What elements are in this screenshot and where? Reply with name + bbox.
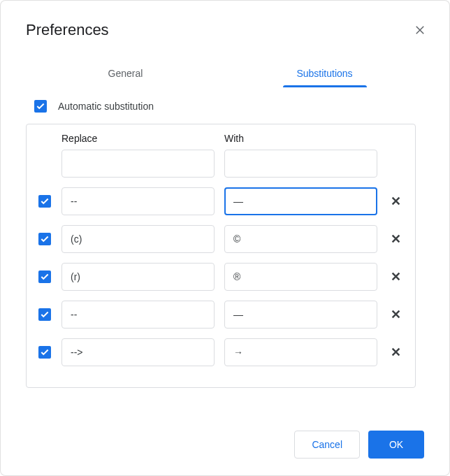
table-row: ✕ xyxy=(38,338,404,366)
dialog-footer: Cancel OK xyxy=(294,431,424,459)
table-row: ✕ xyxy=(38,301,404,329)
row-enable-checkbox[interactable] xyxy=(38,346,51,359)
close-icon: ✕ xyxy=(391,194,401,209)
check-icon xyxy=(40,347,50,357)
check-icon xyxy=(40,196,50,206)
column-header-replace: Replace xyxy=(61,133,215,144)
auto-substitution-checkbox[interactable] xyxy=(34,100,47,113)
with-input[interactable] xyxy=(224,301,377,329)
column-header-with: With xyxy=(224,133,377,144)
check-icon xyxy=(40,234,50,244)
delete-row-button[interactable]: ✕ xyxy=(387,307,404,322)
preferences-dialog: Preferences General Substitutions Automa… xyxy=(0,0,450,476)
close-icon: ✕ xyxy=(391,345,401,360)
table-row: ✕ xyxy=(38,187,404,215)
auto-substitution-label: Automatic substitution xyxy=(58,101,154,112)
dialog-header: Preferences xyxy=(1,1,449,51)
close-icon: ✕ xyxy=(391,231,401,247)
check-icon xyxy=(36,101,45,111)
delete-row-button[interactable]: ✕ xyxy=(387,269,404,284)
with-input[interactable] xyxy=(224,263,377,291)
dialog-title: Preferences xyxy=(26,21,109,39)
close-button[interactable] xyxy=(407,17,433,43)
replace-input[interactable] xyxy=(61,187,215,215)
replace-input[interactable] xyxy=(61,301,215,329)
replace-input[interactable] xyxy=(61,263,215,291)
row-enable-checkbox[interactable] xyxy=(38,195,51,208)
substitutions-table[interactable]: Replace With ✕✕✕✕✕ xyxy=(26,124,416,388)
with-input[interactable] xyxy=(224,338,377,366)
replace-input[interactable] xyxy=(61,225,215,253)
table-row: ✕ xyxy=(38,225,404,253)
delete-row-button[interactable]: ✕ xyxy=(387,194,404,209)
tab-general[interactable]: General xyxy=(26,59,225,87)
replace-input[interactable] xyxy=(61,150,215,178)
auto-substitution-row: Automatic substitution xyxy=(34,100,424,113)
delete-row-button[interactable]: ✕ xyxy=(387,231,404,247)
tabs: General Substitutions xyxy=(1,59,449,87)
check-icon xyxy=(40,272,50,282)
ok-button[interactable]: OK xyxy=(368,431,424,459)
table-row: ✕ xyxy=(38,263,404,291)
cancel-button[interactable]: Cancel xyxy=(294,431,360,459)
table-row xyxy=(38,150,404,178)
replace-input[interactable] xyxy=(61,338,215,366)
with-input[interactable] xyxy=(224,225,377,253)
tab-content: Automatic substitution Replace With ✕✕✕✕… xyxy=(1,87,449,388)
close-icon: ✕ xyxy=(391,269,401,284)
with-input[interactable] xyxy=(224,150,377,178)
row-enable-checkbox[interactable] xyxy=(38,308,51,321)
tab-substitutions[interactable]: Substitutions xyxy=(225,59,424,87)
delete-row-button[interactable]: ✕ xyxy=(387,345,404,360)
check-icon xyxy=(40,310,50,319)
row-enable-checkbox[interactable] xyxy=(38,233,51,245)
row-enable-checkbox[interactable] xyxy=(38,271,51,283)
column-headers: Replace With xyxy=(38,133,404,144)
close-icon: ✕ xyxy=(391,307,401,322)
close-icon xyxy=(414,24,426,36)
with-input[interactable] xyxy=(224,187,377,215)
